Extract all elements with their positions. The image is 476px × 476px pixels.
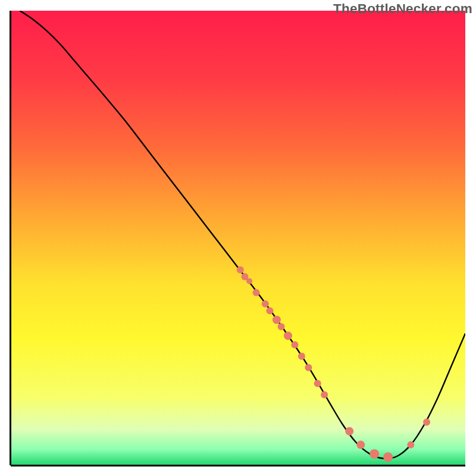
curve-layer	[11, 11, 465, 465]
data-marker	[253, 289, 260, 296]
chart-container: TheBottleNecker.com	[0, 0, 476, 476]
y-axis	[10, 11, 11, 465]
data-marker	[298, 353, 305, 360]
data-marker	[314, 380, 321, 387]
data-marker	[345, 427, 353, 436]
data-marker	[284, 331, 292, 340]
data-marker	[423, 418, 430, 425]
data-marker	[246, 278, 252, 284]
data-marker	[407, 441, 414, 449]
bottleneck-curve	[20, 11, 465, 459]
data-marker	[237, 266, 244, 273]
watermark-text: TheBottleNecker.com	[333, 1, 472, 17]
data-marker	[383, 452, 393, 462]
plot-area	[11, 11, 465, 465]
data-marker	[305, 364, 312, 371]
data-marker	[321, 392, 328, 399]
x-axis	[11, 465, 465, 466]
data-marker	[292, 342, 299, 349]
data-marker	[278, 323, 285, 330]
data-markers	[237, 266, 430, 462]
data-marker	[356, 441, 365, 449]
data-marker	[266, 307, 273, 314]
data-marker	[262, 300, 269, 308]
data-marker	[369, 449, 379, 459]
data-marker	[273, 316, 281, 324]
